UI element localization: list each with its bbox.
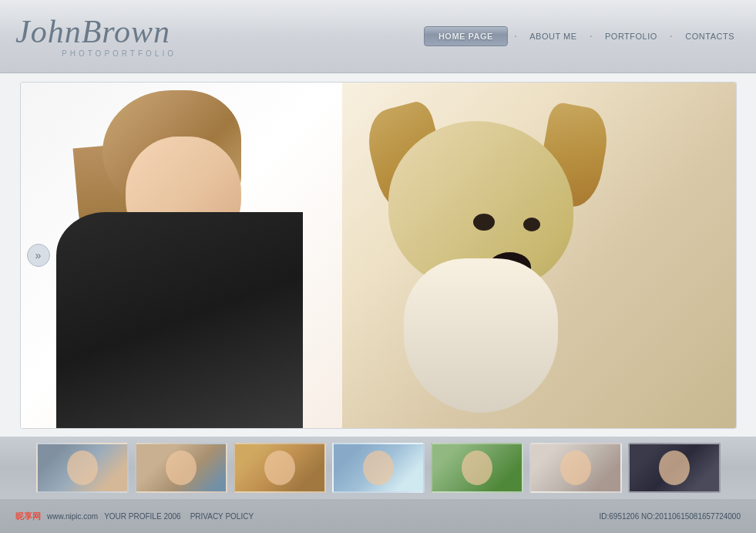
thumbnail-2[interactable] — [135, 443, 227, 493]
nav-portfolio-link[interactable]: PORTFOLIO — [599, 29, 664, 44]
nav-contacts-link[interactable]: CONTACTS — [679, 29, 741, 44]
thumbnail-4[interactable] — [332, 443, 425, 493]
footer-logo: 昵享网 — [15, 511, 41, 522]
footer-url: www.nipic.com — [47, 512, 98, 521]
thumb-face-2 — [166, 450, 197, 485]
thumbnail-7[interactable] — [628, 443, 721, 493]
footer-privacy-link[interactable]: PRIVACY POLICY — [190, 512, 254, 521]
nav-about-link[interactable]: ABOUT ME — [523, 29, 583, 44]
logo-area: JohnBrown PHOTOPORTFOLIO — [15, 15, 176, 58]
nav-separator-1: · — [511, 29, 520, 43]
puppy-eye-left — [473, 214, 495, 231]
puppy-area — [342, 83, 735, 428]
nav-separator-2: · — [586, 29, 596, 43]
main-photo — [21, 83, 736, 428]
thumb-face-5 — [462, 450, 492, 485]
jacket — [56, 212, 303, 428]
main-content: » — [0, 73, 756, 437]
thumb-face-4 — [363, 450, 394, 485]
nav-area: HOME PAGE · ABOUT ME · PORTFOLIO · CONTA… — [424, 26, 741, 46]
thumbnail-1[interactable] — [36, 443, 129, 493]
thumb-face-6 — [560, 450, 591, 485]
thumbnail-5[interactable] — [431, 443, 523, 493]
header: JohnBrown PHOTOPORTFOLIO HOME PAGE · ABO… — [0, 0, 756, 73]
thumb-face-7 — [659, 450, 690, 485]
thumb-face-3 — [264, 450, 295, 485]
footer: 昵享网 www.nipic.com YOUR PROFILE 2006 PRIV… — [0, 498, 756, 533]
photo-frame: » — [20, 82, 737, 429]
footer-left: 昵享网 www.nipic.com YOUR PROFILE 2006 PRIV… — [15, 511, 254, 522]
left-nav-arrow[interactable]: » — [27, 244, 50, 267]
thumbnail-6[interactable] — [529, 443, 622, 493]
logo-name: JohnBrown — [15, 15, 170, 48]
footer-links: YOUR PROFILE 2006 PRIVACY POLICY — [104, 512, 254, 521]
nav-separator-3: · — [667, 29, 676, 43]
logo-subtitle: PHOTOPORTFOLIO — [62, 49, 176, 58]
footer-id: ID:6951206 NO:20110615081657724000 — [600, 512, 741, 521]
puppy-eye-right — [523, 218, 540, 231]
footer-profile-link[interactable]: YOUR PROFILE 2006 — [104, 512, 180, 521]
puppy-chest — [404, 258, 558, 413]
nav-home-button[interactable]: HOME PAGE — [424, 26, 508, 46]
thumbnail-strip — [0, 437, 756, 498]
thumb-face-1 — [67, 450, 98, 485]
thumbnail-3[interactable] — [234, 443, 326, 493]
